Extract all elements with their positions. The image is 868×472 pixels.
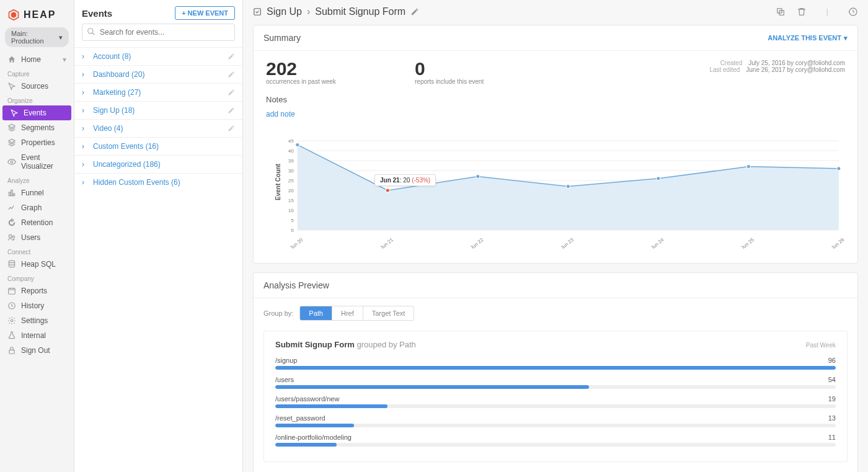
sidebar-item-segments[interactable]: Segments (0, 120, 74, 135)
bar-label: /users (275, 376, 294, 383)
pencil-icon[interactable] (228, 89, 235, 96)
sidebar: HEAP Main: Production ▾ Home ▾ CaptureSo… (0, 0, 74, 472)
groupby-pill[interactable]: Href (332, 306, 363, 320)
stat-occurrences: 202 occurrences in past week (266, 60, 415, 85)
trash-icon[interactable] (797, 7, 807, 17)
logo[interactable]: HEAP (0, 0, 74, 27)
preview-bar-row: /users54 (275, 376, 836, 389)
created-value: July 25, 2016 by cory@foliohd.com (748, 60, 845, 66)
sidebar-item-properties[interactable]: Properties (0, 135, 74, 150)
chart: Event Count 051015202530354045Jun 20Jun … (266, 137, 845, 251)
sidebar-item-home[interactable]: Home ▾ (0, 52, 74, 67)
created-label: Created (720, 60, 743, 66)
event-category[interactable]: ›Marketing (27) (74, 83, 242, 101)
groupby-pill[interactable]: Path (300, 306, 332, 320)
svg-point-45 (837, 167, 841, 171)
event-category[interactable]: ›Dashboard (20) (74, 65, 242, 83)
svg-text:25: 25 (288, 178, 294, 184)
main-content: Sign Up › Submit Signup Form | Summary A… (243, 0, 868, 472)
bar-fill (275, 385, 589, 389)
line-icon (7, 203, 16, 212)
new-event-button[interactable]: + NEW EVENT (175, 6, 235, 20)
preview-title: Analysis Preview (264, 280, 329, 290)
sidebar-item-label: Home (21, 55, 41, 64)
sidebar-item-graph[interactable]: Graph (0, 200, 74, 215)
sidebar-item-history[interactable]: History (0, 298, 74, 313)
event-category-label: Sign Up (18) (93, 106, 135, 115)
history-icon[interactable] (848, 7, 858, 17)
preview-bar-row: /users/password/new19 (275, 395, 836, 408)
event-category-label: Marketing (27) (93, 88, 141, 97)
groupby-label: Group by: (264, 309, 293, 317)
sidebar-item-funnel[interactable]: Funnel (0, 185, 74, 200)
preview-subtitle: Submit Signup Form grouped by Path (275, 340, 416, 349)
pencil-icon[interactable] (228, 53, 235, 60)
chart-tooltip: Jun 21: 20 (-53%) (374, 174, 436, 186)
timerange-label: Past Week (806, 342, 836, 349)
stat-value: 0 (415, 60, 564, 78)
pencil-icon[interactable] (410, 7, 419, 16)
clock-icon (7, 301, 16, 310)
add-note-link[interactable]: add note (266, 110, 295, 118)
svg-point-11 (11, 319, 13, 322)
analysis-preview-card: Analysis Preview Group by: PathHrefTarge… (253, 272, 858, 472)
sidebar-item-reports[interactable]: Reports (0, 283, 74, 298)
svg-text:Jun 21: Jun 21 (379, 237, 394, 249)
environment-selector[interactable]: Main: Production ▾ (5, 27, 69, 47)
sidebar-item-label: Users (21, 233, 40, 242)
lock-icon (7, 346, 16, 355)
svg-point-2 (11, 161, 13, 163)
sidebar-item-users[interactable]: Users (0, 230, 74, 245)
svg-rect-3 (9, 192, 10, 196)
calendar-icon (7, 287, 16, 295)
search-input[interactable] (82, 24, 235, 41)
svg-rect-5 (13, 194, 14, 196)
sidebar-item-sources[interactable]: Sources (0, 79, 74, 94)
search-icon (87, 27, 95, 36)
sidebar-item-internal[interactable]: Internal (0, 328, 74, 343)
copy-icon[interactable] (776, 7, 786, 17)
home-icon (7, 55, 16, 64)
sidebar-item-label: Funnel (21, 189, 44, 197)
sidebar-item-sign-out[interactable]: Sign Out (0, 343, 74, 358)
sidebar-item-retention[interactable]: Retention (0, 215, 74, 230)
chevron-right-icon: › (82, 178, 88, 187)
stat-reports: 0 reports include this event (415, 60, 564, 85)
event-category[interactable]: ›Uncategorized (186) (74, 155, 242, 173)
svg-point-7 (12, 236, 15, 238)
svg-text:5: 5 (291, 218, 294, 223)
pencil-icon[interactable] (228, 125, 235, 132)
event-category[interactable]: ›Account (8) (74, 47, 242, 65)
environment-label: Main: Production (11, 30, 59, 45)
pencil-icon[interactable] (228, 71, 235, 78)
events-panel: Events + NEW EVENT ›Account (8)›Dashboar… (74, 0, 243, 472)
groupby-pill[interactable]: Target Text (363, 306, 414, 320)
bar-track (275, 366, 836, 370)
bar-fill (275, 443, 337, 447)
svg-point-44 (746, 165, 750, 169)
event-category-label: Custom Events (16) (93, 142, 159, 151)
bar-track (275, 385, 836, 389)
metadata: CreatedJuly 25, 2016 by cory@foliohd.com… (709, 60, 845, 85)
sidebar-item-label: Internal (21, 331, 46, 340)
event-category[interactable]: ›Video (4) (74, 119, 242, 137)
sidebar-item-heap-sql[interactable]: Heap SQL (0, 257, 74, 272)
y-axis-label: Event Count (275, 164, 281, 200)
svg-text:Jun 24: Jun 24 (650, 237, 665, 249)
sidebar-item-events[interactable]: Events (2, 105, 71, 120)
svg-text:20: 20 (288, 188, 294, 194)
event-category[interactable]: ›Hidden Custom Events (6) (74, 173, 242, 191)
sidebar-item-settings[interactable]: Settings (0, 313, 74, 328)
event-category[interactable]: ›Sign Up (18) (74, 101, 242, 119)
pencil-icon[interactable] (228, 107, 235, 114)
breadcrumb-parent[interactable]: Sign Up (267, 6, 302, 17)
svg-point-40 (386, 189, 389, 192)
stat-value: 202 (266, 60, 415, 78)
heap-logo-icon (7, 9, 20, 21)
event-category[interactable]: ›Custom Events (16) (74, 137, 242, 155)
sidebar-item-event-visualizer[interactable]: Event Visualizer (0, 150, 74, 174)
analyze-event-link[interactable]: ANALYZE THIS EVENT ▾ (768, 34, 848, 42)
stack-icon (7, 138, 16, 147)
svg-point-41 (476, 175, 480, 179)
logo-text: HEAP (24, 9, 56, 20)
